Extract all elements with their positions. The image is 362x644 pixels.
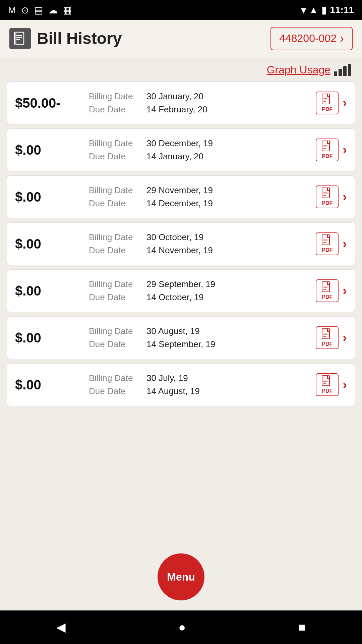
menu-button-label: Menu [167, 571, 195, 583]
recent-icon: ■ [298, 620, 306, 634]
bill-actions: PDF › [316, 92, 347, 114]
pdf-svg [321, 375, 333, 388]
bill-chevron-icon: › [343, 143, 347, 157]
pdf-label: PDF [322, 247, 333, 253]
bill-amount: $.00 [15, 377, 89, 392]
pdf-svg [321, 328, 333, 341]
due-date-row: Due Date 14 November, 19 [89, 245, 316, 256]
pdf-label: PDF [322, 341, 333, 347]
due-date-row: Due Date 14 October, 19 [89, 292, 316, 303]
bill-card[interactable]: $.00 Billing Date 30 October, 19 Due Dat… [7, 222, 355, 265]
recent-button[interactable]: ■ [285, 616, 319, 638]
svg-rect-29 [322, 376, 329, 386]
battery-icon: ▮ [321, 5, 326, 16]
svg-rect-4 [15, 33, 16, 45]
billing-date-row: Billing Date 30 October, 19 [89, 232, 316, 243]
bill-actions: PDF › [316, 279, 347, 302]
pdf-icon[interactable]: PDF [316, 373, 339, 396]
account-chevron-icon: › [340, 32, 344, 46]
bill-chevron-icon: › [343, 331, 347, 345]
bill-card[interactable]: $.00 Billing Date 30 August, 19 Due Date… [7, 316, 355, 359]
bill-chevron-icon: › [343, 284, 347, 298]
graph-usage-row: Graph Usage [0, 57, 362, 82]
svg-rect-17 [322, 235, 329, 245]
bar-1 [334, 71, 337, 76]
bill-card[interactable]: $.00 Billing Date 30 July, 19 Due Date 1… [7, 363, 355, 406]
billing-date-value: 30 July, 19 [146, 373, 188, 383]
pdf-label: PDF [322, 200, 333, 206]
bill-card[interactable]: $.00 Billing Date 29 September, 19 Due D… [7, 269, 355, 312]
due-date-label: Due Date [89, 386, 142, 396]
svg-rect-25 [322, 329, 329, 339]
due-date-label: Due Date [89, 339, 142, 350]
bar-3 [343, 66, 347, 76]
due-date-value: 14 February, 20 [146, 104, 207, 115]
account-button[interactable]: 448200-002 › [270, 27, 353, 50]
pdf-icon[interactable]: PDF [316, 232, 339, 255]
billing-date-row: Billing Date 30 August, 19 [89, 326, 316, 336]
pdf-icon[interactable]: PDF [316, 92, 339, 114]
menu-button[interactable]: Menu [158, 553, 204, 600]
gmail-icon: M [8, 5, 16, 15]
pdf-svg [321, 187, 333, 200]
bill-card[interactable]: $50.00- Billing Date 30 January, 20 Due … [7, 82, 355, 124]
bill-amount: $.00 [15, 143, 89, 158]
bill-icon [13, 32, 27, 46]
billing-date-label: Billing Date [89, 232, 142, 243]
bill-dates: Billing Date 29 September, 19 Due Date 1… [89, 279, 316, 303]
due-date-row: Due Date 14 August, 19 [89, 386, 316, 396]
due-date-label: Due Date [89, 245, 142, 256]
graph-usage-link[interactable]: Graph Usage [267, 64, 330, 76]
due-date-label: Due Date [89, 198, 142, 209]
due-date-value: 14 January, 20 [146, 151, 203, 162]
pdf-label: PDF [322, 294, 333, 300]
pdf-icon[interactable]: PDF [316, 139, 339, 161]
billing-date-row: Billing Date 29 September, 19 [89, 279, 316, 289]
svg-rect-5 [322, 94, 329, 104]
signal-icon: ▲ [309, 5, 318, 15]
due-date-value: 14 September, 19 [146, 339, 215, 350]
home-icon: ● [178, 620, 186, 634]
bill-amount: $.00 [15, 236, 89, 252]
pdf-label: PDF [322, 153, 333, 159]
due-date-row: Due Date 14 December, 19 [89, 198, 316, 209]
bill-chevron-icon: › [343, 96, 347, 110]
pdf-label: PDF [322, 106, 333, 112]
back-icon: ◀ [56, 620, 66, 634]
bill-card[interactable]: $.00 Billing Date 30 December, 19 Due Da… [7, 128, 355, 171]
pdf-icon[interactable]: PDF [316, 279, 339, 302]
home-button[interactable]: ● [165, 616, 199, 638]
back-button[interactable]: ◀ [43, 616, 79, 638]
menu-container: Menu [0, 545, 362, 610]
header: Bill History 448200-002 › [0, 20, 362, 57]
billing-date-label: Billing Date [89, 326, 142, 336]
due-date-value: 14 August, 19 [146, 386, 200, 396]
bottom-nav: ◀ ● ■ [0, 610, 362, 644]
billing-date-value: 30 December, 19 [146, 138, 213, 149]
calendar-icon: ▦ [63, 5, 72, 16]
bills-list: $50.00- Billing Date 30 January, 20 Due … [0, 82, 362, 545]
bill-actions: PDF › [316, 326, 347, 349]
billing-date-row: Billing Date 30 July, 19 [89, 373, 316, 383]
bill-dates: Billing Date 30 December, 19 Due Date 14… [89, 138, 316, 162]
billing-date-label: Billing Date [89, 279, 142, 289]
svg-rect-13 [322, 188, 329, 198]
due-date-row: Due Date 14 January, 20 [89, 151, 316, 162]
page-title: Bill History [37, 29, 122, 48]
bill-actions: PDF › [316, 232, 347, 255]
billing-date-value: 30 October, 19 [146, 232, 204, 243]
due-date-label: Due Date [89, 151, 142, 162]
pdf-icon[interactable]: PDF [316, 326, 339, 349]
pdf-icon[interactable]: PDF [316, 185, 339, 208]
due-date-value: 14 November, 19 [146, 245, 213, 256]
bill-card[interactable]: $.00 Billing Date 29 November, 19 Due Da… [7, 175, 355, 218]
bill-dates: Billing Date 30 October, 19 Due Date 14 … [89, 232, 316, 256]
bar-chart-icon [334, 64, 351, 76]
pdf-svg [321, 141, 333, 153]
bill-actions: PDF › [316, 373, 347, 396]
pdf-svg [321, 234, 333, 247]
billing-date-label: Billing Date [89, 138, 142, 149]
svg-rect-9 [322, 141, 329, 151]
header-left: Bill History [9, 28, 122, 49]
billing-date-label: Billing Date [89, 91, 142, 102]
